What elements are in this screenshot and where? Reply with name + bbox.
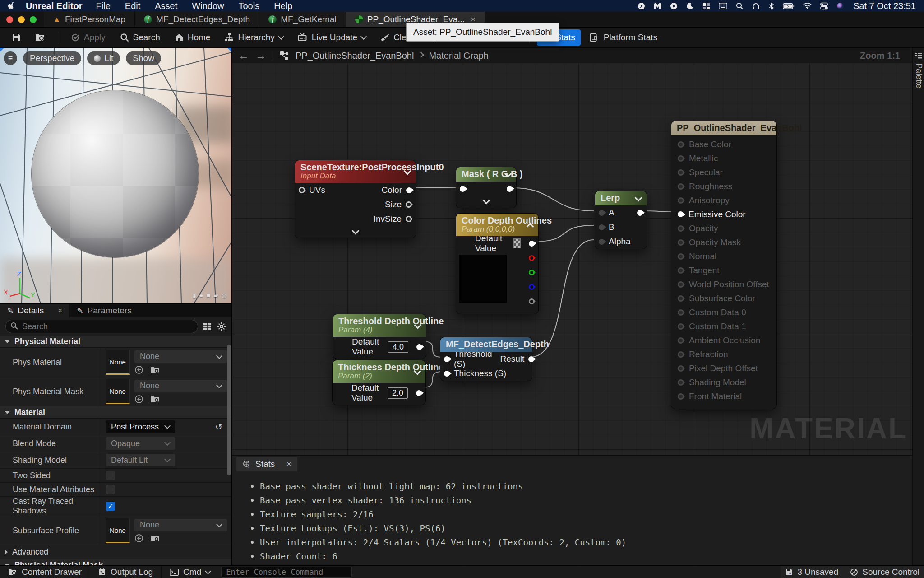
menu-item-edit[interactable]: Edit <box>125 1 140 11</box>
input-pin[interactable] <box>299 187 305 193</box>
cmd-selector[interactable]: Cmd <box>162 566 218 578</box>
unsaved-indicator[interactable]: * 3 Unsaved <box>785 567 838 577</box>
ring-red-pin[interactable] <box>529 255 535 261</box>
viewport-perspective-button[interactable]: Perspective <box>23 51 81 65</box>
pin[interactable] <box>678 393 684 400</box>
m-app-icon[interactable] <box>654 2 661 10</box>
node-scene-texture[interactable]: SceneTexture:PostProcessInput0Input Data… <box>295 160 416 238</box>
hierarchy-button[interactable]: Hierarchy <box>219 29 288 46</box>
output-pin[interactable] <box>406 201 412 208</box>
subsurface-profile-thumbnail[interactable]: None <box>106 518 130 543</box>
search-icon[interactable] <box>736 2 744 10</box>
output-pin[interactable] <box>528 356 534 362</box>
node-material-output[interactable]: PP_OutlineShader_EvanBohlBase ColorMetal… <box>671 121 776 409</box>
back-arrow-icon[interactable]: ← <box>238 49 249 62</box>
pin[interactable] <box>678 239 684 246</box>
home-button[interactable]: Home <box>169 29 216 46</box>
section-material[interactable]: Material <box>0 406 231 419</box>
material-pin-tangent[interactable]: Tangent <box>671 263 776 277</box>
phys-material-dropdown[interactable]: None <box>134 350 227 363</box>
output-log-button[interactable]: Output Log <box>90 566 162 578</box>
node-header[interactable]: Mask ( R G B ) <box>456 167 516 182</box>
input-pin[interactable] <box>599 239 605 245</box>
material-pin-metallic[interactable]: Metallic <box>671 151 776 165</box>
close-icon[interactable]: × <box>286 460 291 469</box>
ring-green-pin[interactable] <box>529 270 535 275</box>
menu-item-window[interactable]: Window <box>192 1 224 11</box>
material-pin-opacity[interactable]: Opacity <box>671 221 776 235</box>
node-header[interactable]: Threshold Depth OutlineParam (4) <box>333 314 426 337</box>
content-drawer-button[interactable]: Content Drawer <box>0 566 90 578</box>
platform-stats-button[interactable]: Platform Stats <box>584 29 663 46</box>
pin[interactable] <box>678 169 684 176</box>
graph-canvas[interactable]: MATERIAL i Stats × Base pass shader with… <box>232 48 924 565</box>
preview-shape-cube[interactable]: ■ <box>207 292 210 299</box>
material-pin-normal[interactable]: Normal <box>671 249 776 263</box>
stats-panel-tab[interactable]: i Stats × <box>236 457 297 471</box>
output-pin[interactable] <box>416 344 422 350</box>
node-threshold-param[interactable]: Threshold Depth OutlineParam (4)Default … <box>333 314 426 359</box>
output-pin[interactable] <box>416 390 422 396</box>
input-pin[interactable] <box>444 371 450 377</box>
console-command-input[interactable] <box>221 567 352 578</box>
pin[interactable] <box>678 211 684 217</box>
wifi-icon[interactable] <box>803 3 812 9</box>
node-header[interactable]: PP_OutlineShader_EvanBohl <box>671 121 776 135</box>
material-preview-sphere[interactable] <box>32 90 199 257</box>
tab-mf-detectedges-depth[interactable]: fMF_DetectEdges_Depth <box>135 12 259 27</box>
tab-parameters[interactable]: ✎Parameters <box>69 304 139 317</box>
pin[interactable] <box>678 295 684 302</box>
input-pin[interactable] <box>460 186 466 192</box>
gear-icon[interactable] <box>217 322 226 331</box>
battery-icon[interactable] <box>783 3 795 9</box>
pin[interactable] <box>678 197 684 204</box>
live-update-button[interactable]: Live Update <box>292 29 371 46</box>
material-pin-custom-data-1[interactable]: Custom Data 1 <box>671 319 776 333</box>
pin[interactable] <box>678 351 684 358</box>
node-header[interactable]: Lerp <box>595 191 647 205</box>
material-pin-emissive-color[interactable]: Emissive Color <box>671 207 776 221</box>
save-button[interactable] <box>6 30 26 45</box>
forward-arrow-icon[interactable]: → <box>255 49 266 62</box>
menu-app-name[interactable]: Unreal Editor <box>26 1 83 11</box>
material-pin-ambient-occlusion[interactable]: Ambient Occlusion <box>671 333 776 347</box>
siri-icon[interactable] <box>836 2 844 10</box>
shazam-icon[interactable] <box>638 2 645 10</box>
node-mf-detect-edges[interactable]: MF_DetectEdges_DepthThreshold (S)ResultT… <box>440 337 532 381</box>
keyboard-icon[interactable] <box>719 3 727 9</box>
output-pin[interactable] <box>406 187 412 193</box>
menu-item-file[interactable]: File <box>96 1 111 11</box>
output-pin[interactable] <box>529 241 535 247</box>
subsurface-profile-dropdown[interactable]: None <box>134 519 227 531</box>
use-selected-asset-icon[interactable] <box>134 365 143 374</box>
tab-firstpersonmap[interactable]: ▲FirstPersonMap <box>44 12 135 27</box>
output-pin[interactable] <box>637 210 643 216</box>
pin[interactable] <box>678 337 684 344</box>
chevron-down-icon[interactable] <box>482 197 490 205</box>
blend-mode-dropdown[interactable]: Opaque <box>106 437 175 450</box>
zoom-window-button[interactable] <box>30 16 37 23</box>
minimize-window-button[interactable] <box>18 16 25 23</box>
shading-model-dropdown[interactable]: Default Lit <box>106 454 175 466</box>
material-pin-refraction[interactable]: Refraction <box>671 347 776 361</box>
browse-to-asset-icon[interactable] <box>151 395 160 403</box>
section-physical-material[interactable]: Physical Material <box>0 336 231 348</box>
pin[interactable] <box>678 183 684 190</box>
details-scrollbar[interactable] <box>227 345 231 475</box>
pin[interactable] <box>678 267 684 274</box>
phys-material-mask-thumbnail[interactable]: None <box>106 379 130 404</box>
phys-material-mask-dropdown[interactable]: None <box>134 380 227 392</box>
headphones-icon[interactable] <box>752 2 760 10</box>
pin[interactable] <box>678 379 684 386</box>
material-pin-base-color[interactable]: Base Color <box>671 137 776 151</box>
bluetooth-icon[interactable] <box>768 2 774 10</box>
menu-item-help[interactable]: Help <box>274 1 292 11</box>
material-pin-custom-data-0[interactable]: Custom Data 0 <box>671 305 776 319</box>
node-header[interactable]: MF_DetectEdges_Depth <box>440 337 532 352</box>
control-center-icon[interactable] <box>820 2 828 10</box>
material-pin-roughness[interactable]: Roughness <box>671 179 776 193</box>
pin[interactable] <box>678 309 684 316</box>
viewport-show-button[interactable]: Show <box>126 51 161 65</box>
ring-blue-pin[interactable] <box>529 284 535 290</box>
viewport-menu-icon[interactable]: ≡ <box>4 51 17 65</box>
